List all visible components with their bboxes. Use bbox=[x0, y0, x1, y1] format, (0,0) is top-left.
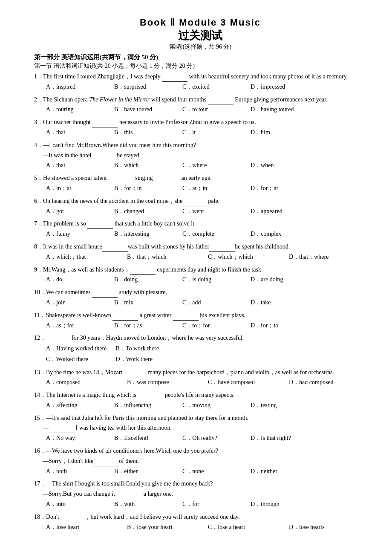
q2-optD: D．having toured bbox=[251, 104, 306, 115]
q6-optB: B．changed bbox=[114, 206, 170, 217]
q8-optA: A．which；that bbox=[46, 252, 114, 262]
question-10: 10．We can sometimes study with pleasure.… bbox=[34, 287, 366, 308]
q7-optD: D．complex bbox=[251, 229, 306, 239]
q9-optC: C．is doing bbox=[182, 275, 238, 285]
q12-opts-row2: C．Worked there D．Work there bbox=[46, 354, 366, 364]
q3-num: 3． bbox=[34, 117, 43, 127]
q18-num: 18． bbox=[34, 512, 46, 522]
q8-num: 8． bbox=[34, 242, 43, 252]
q12-optC: C．Worked there bbox=[46, 354, 114, 364]
q7-optC: C．complete bbox=[182, 229, 238, 239]
q1-text: 1．The first time I toured Zhangjiajie，I … bbox=[34, 72, 366, 82]
q3-optA: A．that bbox=[46, 127, 101, 138]
q16-sub: —Sorry，I don't likeof them. bbox=[43, 458, 139, 464]
q15-optD: D．Is that right? bbox=[251, 433, 306, 443]
q10-optA: A．join bbox=[46, 298, 101, 308]
q16-num: 16． bbox=[34, 446, 46, 456]
question-11: 11．Shakespeare is well-known a great wri… bbox=[34, 310, 366, 331]
q9-options: A．do B．doing C．is doing D．are doing bbox=[46, 275, 366, 285]
q9-optD: D．are doing bbox=[251, 275, 306, 285]
question-3: 3．Our teacher thought necessary to invit… bbox=[34, 117, 366, 138]
q2-optC: C．to tour bbox=[182, 104, 238, 115]
q15-options: A．No way! B．Excellent! C．Oh really? D．Is… bbox=[46, 433, 366, 443]
question-14: 14．The Internet is a magic thing which i… bbox=[34, 390, 366, 410]
q3-optB: B．this bbox=[114, 127, 170, 138]
q16-options: A．both B．either C．none D．neither bbox=[46, 466, 366, 477]
q12-optA: A．Having worked there bbox=[46, 343, 114, 354]
question-16: 16．—We have two kinds of air conditioner… bbox=[34, 446, 366, 476]
q10-options: A．join B．mix C．add D．take bbox=[46, 298, 366, 308]
q8-optC: C．which；which bbox=[208, 252, 276, 262]
q12-optD: D．Work there bbox=[116, 354, 184, 364]
q13-optA: A．composed bbox=[46, 377, 114, 387]
question-12: 12．for 30 years，Haydn moved to London，wh… bbox=[34, 333, 366, 364]
q16-optB: B．either bbox=[114, 466, 170, 477]
question-7: 7．The problem is so that such a little b… bbox=[34, 219, 366, 239]
q15-sub: — I was having tea with her this afterno… bbox=[43, 425, 172, 431]
q5-options: A．in；at B．for；in C．at；in D．for；at bbox=[46, 183, 366, 194]
q10-optC: C．add bbox=[182, 298, 238, 308]
q13-text: 13．By the time he was 14，Mozartmany piec… bbox=[34, 367, 366, 378]
q16-optC: C．none bbox=[182, 466, 238, 477]
q11-optC: C．to；for bbox=[182, 321, 238, 331]
q4-optC: C．where bbox=[182, 160, 238, 171]
q5-optB: B．for；in bbox=[114, 183, 170, 194]
sub-title: 过关测试 bbox=[34, 28, 366, 43]
q6-optA: A．got bbox=[46, 206, 101, 217]
q16-text: 16．—We have two kinds of air conditioner… bbox=[34, 446, 366, 466]
main-title: Book Ⅱ Module 3 Music bbox=[34, 17, 366, 28]
q13-options: A．composed B．was compose C．have composed… bbox=[46, 377, 366, 387]
q11-num: 11． bbox=[34, 310, 46, 321]
q3-options: A．that B．this C．it D．him bbox=[46, 127, 366, 138]
title-block: Book Ⅱ Module 3 Music 过关测试 第Ⅰ卷(选择题，共 96 … bbox=[34, 17, 366, 51]
q13-optB: B．was compose bbox=[127, 377, 195, 387]
q10-num: 10． bbox=[34, 287, 46, 298]
q2-text: 2．The Sichuan opera The Flower in the Mi… bbox=[34, 95, 366, 105]
q18-optB: B．lose your heart bbox=[127, 522, 195, 532]
q17-sub: —Sorry.But you can change it a larger on… bbox=[43, 491, 173, 497]
q6-num: 6． bbox=[34, 196, 43, 206]
q4-optA: A．that bbox=[46, 160, 101, 171]
q10-optD: D．take bbox=[251, 298, 306, 308]
q2-italic: The Flower in the Mirror bbox=[89, 96, 150, 103]
q17-num: 17． bbox=[34, 479, 46, 489]
question-18: 18．Don't，but work hard，and I believe you… bbox=[34, 512, 366, 532]
q17-options: A．into B．with C．for D．through bbox=[46, 499, 366, 509]
q17-optD: D．through bbox=[251, 499, 306, 509]
q2-options: A．touring B．have toured C．to tour D．havi… bbox=[46, 104, 366, 115]
q2-optA: A．touring bbox=[46, 104, 101, 115]
q14-optD: D．testing bbox=[251, 400, 306, 410]
q15-optC: C．Oh really? bbox=[182, 433, 238, 443]
q10-optB: B．mix bbox=[114, 298, 170, 308]
question-17: 17．—The shirt I bought is too small.Coul… bbox=[34, 479, 366, 509]
q5-num: 5． bbox=[34, 173, 43, 183]
q7-options: A．funny B．interesting C．complete D．compl… bbox=[46, 229, 366, 239]
q5-optA: A．in；at bbox=[46, 183, 101, 194]
q4-sub: —It was in the hotelhe stayed. bbox=[43, 152, 141, 159]
q7-optA: A．funny bbox=[46, 229, 101, 239]
q18-text: 18．Don't，but work hard，and I believe you… bbox=[34, 512, 366, 522]
q14-num: 14． bbox=[34, 390, 46, 400]
q9-optA: A．do bbox=[46, 275, 101, 285]
q6-optD: D．appeared bbox=[251, 206, 306, 217]
question-8: 8．It was in the small housewas built wit… bbox=[34, 242, 366, 262]
q14-optC: C．moving bbox=[182, 400, 238, 410]
q4-num: 4． bbox=[34, 140, 43, 150]
page: Book Ⅱ Module 3 Music 过关测试 第Ⅰ卷(选择题，共 96 … bbox=[0, 0, 392, 555]
q2-optB: B．have toured bbox=[114, 104, 170, 115]
q14-text: 14．The Internet is a magic thing which i… bbox=[34, 390, 366, 400]
section1-header: 第一部分 英语知识运用(共两节，满分 50 分) bbox=[34, 53, 366, 61]
q14-options: A．affecting B．influencing C．moving D．tes… bbox=[46, 400, 366, 410]
q18-optD: D．lose hearts bbox=[289, 522, 357, 532]
q8-optD: D．that；where bbox=[289, 252, 357, 262]
q1-optC: C．excited bbox=[182, 82, 238, 92]
q17-optC: C．for bbox=[182, 499, 238, 509]
q11-options: A．as；for B．for；as C．to；for D．for；to bbox=[46, 321, 366, 331]
q2-num: 2． bbox=[34, 95, 43, 105]
q13-optC: C．have composed bbox=[208, 377, 276, 387]
subtitle-line: 第Ⅰ卷(选择题，共 96 分) bbox=[34, 43, 366, 51]
q12-optB: B．To work there bbox=[116, 343, 184, 354]
q5-optD: D．for；at bbox=[251, 183, 306, 194]
q6-options: A．got B．changed C．went D．appeared bbox=[46, 206, 366, 217]
q7-text: 7．The problem is so that such a little b… bbox=[34, 219, 366, 229]
